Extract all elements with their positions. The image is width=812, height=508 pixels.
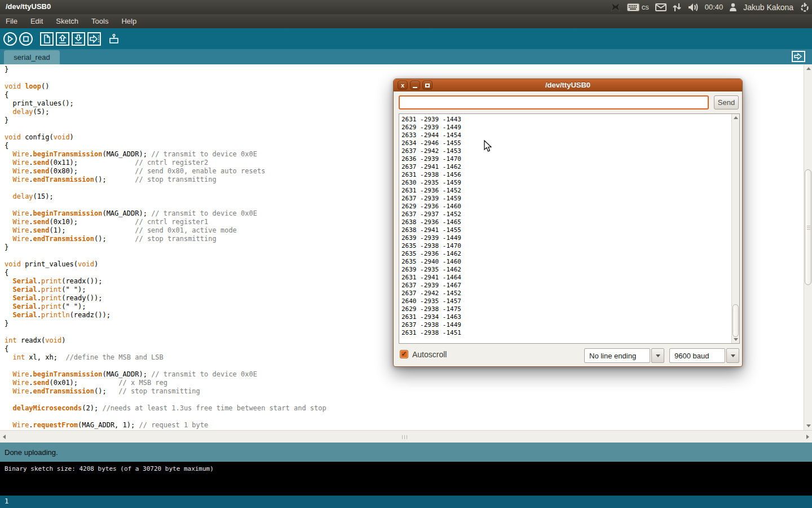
- console-text: Binary sketch size: 4208 bytes (of a 307…: [5, 465, 214, 472]
- serial-line: 2640 -2935 -1457: [401, 297, 739, 305]
- menu-edit[interactable]: Edit: [30, 17, 43, 25]
- open-sketch-button[interactable]: [55, 32, 70, 46]
- chevron-down-icon: [656, 354, 660, 357]
- serial-line: 2631 -2941 -1464: [401, 274, 739, 282]
- line-ending-dropdown-button[interactable]: [651, 348, 664, 363]
- serial-line: 2629 -2936 -1460: [401, 203, 739, 211]
- scroll-up-arrow-icon[interactable]: [806, 67, 811, 70]
- clock[interactable]: 00:40: [705, 3, 723, 11]
- status-bar: Done uploading.: [0, 443, 812, 462]
- code-line: [5, 396, 804, 404]
- serial-line: 2638 -2941 -1455: [401, 226, 739, 234]
- code-line: Wire.send(0x01); // x MSB reg: [5, 379, 804, 387]
- tab-bar: serial_read: [0, 49, 812, 64]
- mouse-cursor: [484, 140, 492, 155]
- menu-tools[interactable]: Tools: [91, 17, 108, 25]
- code-line: Wire.endTransmission(); // stop transmit…: [5, 387, 804, 396]
- autoscroll-label: Autoscroll: [412, 350, 447, 359]
- code-line: [5, 413, 804, 421]
- code-line: delayMicroseconds(2); //needs at least 1…: [5, 404, 804, 413]
- console-output: Binary sketch size: 4208 bytes (of a 307…: [0, 462, 812, 496]
- serial-line: 2629 -2938 -1475: [401, 305, 739, 313]
- code-line: Wire.requestFrom(MAG_ADDR, 1); // reques…: [5, 421, 804, 430]
- line-number: 1: [5, 497, 8, 505]
- baud-value: 9600 baud: [674, 352, 709, 360]
- new-sketch-button[interactable]: [39, 32, 54, 46]
- menu-help[interactable]: Help: [121, 17, 136, 25]
- scrollbar-grip[interactable]: [404, 435, 405, 439]
- baud-dropdown-button[interactable]: [726, 348, 739, 363]
- volume-icon[interactable]: [688, 3, 699, 12]
- serial-monitor-window: x /dev/ttyUSB0 Send 2631 -2939 -14432629…: [393, 78, 743, 367]
- serial-monitor-titlebar[interactable]: x /dev/ttyUSB0: [394, 79, 742, 91]
- stop-button[interactable]: [19, 32, 33, 46]
- serial-line: 2637 -2937 -1452: [401, 211, 739, 218]
- editor-vertical-scrollbar[interactable]: [804, 64, 812, 430]
- scrollbar-thumb[interactable]: [805, 169, 811, 285]
- line-indicator: 1: [0, 496, 812, 508]
- code-line: Wire.beginTransmission(MAG_ADDR); // tra…: [5, 370, 804, 379]
- toolbar: [0, 28, 812, 49]
- menu-file[interactable]: File: [6, 17, 17, 25]
- network-icon[interactable]: [673, 3, 682, 12]
- keyboard-layout-label[interactable]: cs: [642, 3, 649, 11]
- serial-line: 2637 -2938 -1449: [401, 321, 739, 329]
- scroll-down-arrow-icon[interactable]: [806, 424, 811, 427]
- serial-line: 2635 -2938 -1470: [401, 242, 739, 250]
- serial-line: 2629 -2939 -1449: [401, 124, 739, 132]
- screen: /dev/ttyUSB0 cs 00:40 Jakub Kakona: [0, 0, 812, 508]
- autoscroll-checkbox[interactable]: ✓: [400, 350, 408, 358]
- serial-monitor-button[interactable]: [107, 32, 121, 46]
- session-gear-icon[interactable]: [800, 2, 810, 12]
- serial-line: 2630 -2935 -1459: [401, 179, 739, 187]
- serial-line: 2631 -2939 -1443: [401, 116, 739, 124]
- applet-indicator-icon[interactable]: [611, 2, 621, 12]
- scroll-right-arrow-icon[interactable]: [806, 435, 809, 439]
- serial-line: 2637 -2942 -1452: [401, 290, 739, 297]
- serial-line: 2633 -2944 -1454: [401, 132, 739, 139]
- serial-output-area[interactable]: 2631 -2939 -14432629 -2939 -14492633 -29…: [399, 113, 740, 344]
- serial-line: 2636 -2939 -1470: [401, 155, 739, 163]
- serial-line: 2639 -2935 -1462: [401, 266, 739, 274]
- menu-sketch[interactable]: Sketch: [56, 17, 78, 25]
- upload-button[interactable]: [87, 32, 102, 46]
- code-line: }: [5, 65, 804, 74]
- panel-window-title: /dev/ttyUSB0: [6, 2, 51, 11]
- scrollbar-thumb[interactable]: [732, 304, 739, 337]
- username[interactable]: Jakub Kakona: [743, 3, 793, 12]
- line-ending-select[interactable]: No line ending: [584, 348, 650, 363]
- menubar: File Edit Sketch Tools Help: [0, 14, 812, 28]
- serial-monitor-title: /dev/ttyUSB0: [394, 81, 742, 89]
- serial-line: 2635 -2940 -1460: [401, 258, 739, 266]
- serial-scrollbar[interactable]: [731, 114, 739, 343]
- top-panel: /dev/ttyUSB0 cs 00:40 Jakub Kakona: [0, 0, 812, 14]
- editor-horizontal-scrollbar[interactable]: [0, 430, 812, 443]
- serial-line: 2637 -2939 -1467: [401, 282, 739, 290]
- system-tray: cs 00:40 Jakub Kakona: [611, 0, 810, 14]
- serial-line: 2637 -2939 -1459: [401, 195, 739, 203]
- scroll-up-arrow-icon[interactable]: [734, 116, 738, 119]
- send-button[interactable]: Send: [714, 95, 739, 110]
- serial-line: 2639 -2939 -1449: [401, 234, 739, 242]
- line-ending-value: No line ending: [589, 352, 636, 360]
- serial-line: 2631 -2938 -1451: [401, 329, 739, 337]
- serial-line: 2631 -2936 -1452: [401, 187, 739, 195]
- serial-line: 2638 -2936 -1465: [401, 218, 739, 226]
- serial-line: 2631 -2934 -1463: [401, 313, 739, 321]
- serial-line: 2637 -2942 -1453: [401, 147, 739, 155]
- keyboard-layout-icon[interactable]: cs: [627, 3, 649, 11]
- scroll-left-arrow-icon[interactable]: [3, 435, 6, 439]
- new-tab-button[interactable]: [792, 51, 805, 62]
- baud-select[interactable]: 9600 baud: [669, 348, 725, 363]
- status-message: Done uploading.: [5, 448, 58, 457]
- user-icon: [729, 3, 737, 11]
- mail-icon[interactable]: [655, 3, 667, 11]
- chevron-down-icon: [731, 354, 735, 357]
- scroll-down-arrow-icon[interactable]: [734, 338, 738, 341]
- save-sketch-button[interactable]: [71, 32, 86, 46]
- serial-monitor-controls: ✓ Autoscroll No line ending 9600 baud: [394, 348, 742, 366]
- serial-line: 2634 -2946 -1455: [401, 139, 739, 147]
- serial-input-field[interactable]: [399, 95, 709, 110]
- tab-serial-read[interactable]: serial_read: [4, 50, 60, 64]
- verify-button[interactable]: [3, 32, 17, 46]
